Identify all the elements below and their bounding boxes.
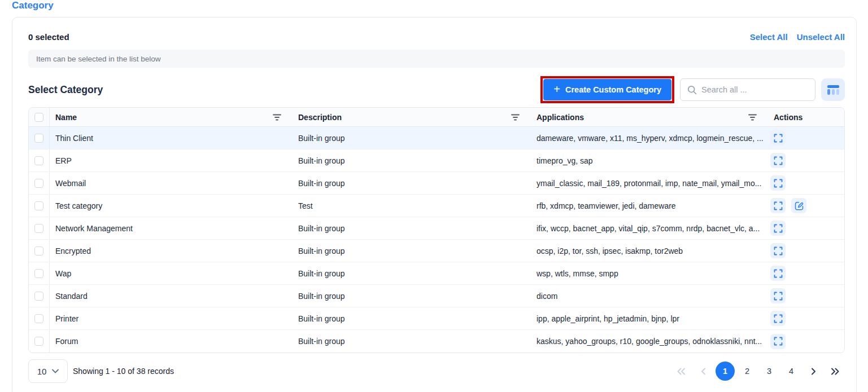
page-size-value: 10	[37, 367, 47, 376]
table-row[interactable]: Printer Built-in group ipp, apple_airpri…	[29, 307, 844, 330]
table-row[interactable]: Webmail Built-in group ymail_classic, ma…	[29, 172, 844, 195]
search-input[interactable]	[701, 85, 808, 94]
page-button-4[interactable]: 4	[782, 362, 801, 381]
page-title: Category	[12, 0, 54, 11]
table-row[interactable]: Standard Built-in group dicom	[29, 285, 844, 307]
page-button-3[interactable]: 3	[760, 362, 779, 381]
expand-button[interactable]	[770, 175, 786, 191]
row-checkbox[interactable]	[34, 292, 43, 301]
expand-button[interactable]	[770, 334, 786, 349]
row-actions	[765, 221, 844, 236]
previous-page-button[interactable]	[693, 362, 713, 381]
create-custom-category-button[interactable]: + Create Custom Category	[543, 79, 671, 100]
row-checkbox-cell	[29, 149, 50, 171]
column-header-name[interactable]: Name	[50, 113, 289, 122]
table-row[interactable]: Wap Built-in group wsp, wtls, mmse, smpp	[29, 262, 844, 285]
row-actions	[765, 266, 844, 281]
row-checkbox[interactable]	[34, 224, 43, 233]
expand-button[interactable]	[770, 153, 786, 168]
pagination: 1234	[671, 362, 845, 381]
select-all-link[interactable]: Select All	[750, 32, 788, 42]
category-name: Test category	[50, 201, 289, 210]
filter-icon[interactable]	[748, 114, 757, 121]
category-name: Wap	[50, 269, 289, 278]
expand-icon	[774, 314, 783, 323]
category-applications: ifix, wccp, bacnet_app, vital_qip, s7com…	[527, 224, 765, 233]
unselect-all-link[interactable]: Unselect All	[797, 32, 845, 42]
category-description: Built-in group	[289, 337, 527, 346]
table-row[interactable]: ERP Built-in group timepro_vg, sap	[29, 149, 844, 172]
row-actions	[765, 130, 844, 146]
table-row[interactable]: Test category Test rfb, xdmcp, teamviewe…	[29, 195, 844, 217]
table-row[interactable]: Forum Built-in group kaskus, yahoo_group…	[29, 330, 844, 353]
category-description: Built-in group	[289, 269, 527, 278]
highlight-annotation-box: + Create Custom Category	[540, 76, 674, 103]
category-description: Built-in group	[289, 292, 527, 301]
expand-button[interactable]	[770, 288, 786, 303]
selected-count: 0 selected	[28, 32, 69, 42]
row-checkbox[interactable]	[34, 337, 43, 346]
category-name: Thin Client	[50, 134, 289, 143]
table-row[interactable]: Network Management Built-in group ifix, …	[29, 217, 844, 240]
edit-button[interactable]	[791, 198, 806, 213]
expand-button[interactable]	[770, 198, 786, 213]
header-checkbox-cell	[29, 108, 50, 126]
expand-button[interactable]	[770, 266, 786, 281]
column-header-applications[interactable]: Applications	[527, 113, 765, 122]
table-header: Name Description Applications	[29, 108, 844, 127]
row-checkbox[interactable]	[34, 201, 43, 210]
row-checkbox[interactable]	[34, 134, 43, 143]
next-page-button[interactable]	[804, 362, 823, 381]
category-applications: dameware, vmware, x11, ms_hyperv, xdmcp,…	[527, 134, 765, 143]
filter-icon[interactable]	[273, 114, 281, 121]
category-name: Forum	[50, 337, 289, 346]
row-checkbox-cell	[29, 240, 50, 262]
category-name: Webmail	[50, 179, 289, 188]
expand-icon	[774, 179, 783, 188]
category-name: ERP	[50, 156, 289, 165]
expand-button[interactable]	[770, 130, 786, 146]
table-row[interactable]: Encrypted Built-in group ocsp, i2p, tor,…	[29, 240, 844, 262]
select-all-checkbox[interactable]	[34, 113, 43, 122]
filter-icon[interactable]	[511, 114, 520, 121]
row-checkbox-cell	[29, 195, 50, 217]
column-header-description[interactable]: Description	[289, 113, 527, 122]
row-checkbox-cell	[29, 262, 50, 284]
row-checkbox[interactable]	[34, 179, 43, 188]
category-description: Built-in group	[289, 179, 527, 188]
page-button-2[interactable]: 2	[738, 362, 757, 381]
expand-icon	[774, 246, 783, 256]
category-applications: kaskus, yahoo_groups, r10, google_groups…	[527, 337, 765, 346]
category-name: Encrypted	[50, 246, 289, 256]
category-applications: rfb, xdmcp, teamviewer, jedi, dameware	[527, 201, 765, 210]
row-checkbox-cell	[29, 307, 50, 329]
expand-icon	[774, 201, 783, 210]
search-box[interactable]	[680, 78, 815, 101]
row-actions	[765, 175, 844, 191]
expand-button[interactable]	[770, 311, 786, 326]
row-checkbox[interactable]	[34, 314, 43, 323]
page-button-1[interactable]: 1	[716, 362, 735, 381]
column-header-actions: Actions	[765, 113, 844, 122]
category-applications: ipp, apple_airprint, hp_jetadmin, bjnp, …	[527, 314, 765, 323]
first-page-button[interactable]	[671, 362, 691, 381]
row-checkbox[interactable]	[34, 156, 43, 165]
expand-button[interactable]	[770, 221, 786, 236]
category-description: Built-in group	[289, 156, 527, 165]
category-panel: 0 selected Select All Unselect All Item …	[12, 17, 857, 392]
table-row[interactable]: Thin Client Built-in group dameware, vmw…	[29, 127, 844, 149]
last-page-button[interactable]	[826, 362, 845, 381]
row-checkbox[interactable]	[34, 269, 43, 278]
category-name: Network Management	[50, 224, 289, 233]
page-size-select[interactable]: 10	[28, 359, 68, 383]
expand-icon	[774, 224, 783, 233]
columns-icon	[827, 85, 839, 95]
column-settings-button[interactable]	[821, 78, 845, 101]
category-applications: ymail_classic, mail_189, protonmail, imp…	[527, 179, 765, 188]
row-checkbox[interactable]	[34, 246, 43, 256]
category-name: Standard	[50, 292, 289, 301]
plus-icon: +	[553, 83, 560, 95]
expand-button[interactable]	[770, 243, 786, 258]
category-description: Test	[289, 201, 527, 210]
row-checkbox-cell	[29, 330, 50, 353]
